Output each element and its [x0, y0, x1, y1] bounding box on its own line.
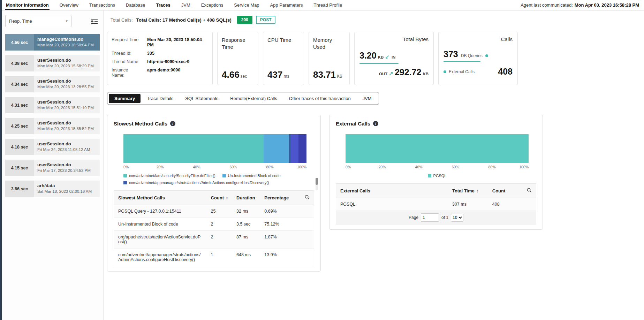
info-icon[interactable]: i [170, 121, 175, 126]
table-header: Slowest Method CallsCount▲▼DurationPerce… [114, 191, 314, 205]
trace-sidebar: Resp. Time ▾ 4.66 secmanageConfMons.doMo… [2, 10, 104, 320]
table-row[interactable]: PGSQL Query - 127.0.0.1:154112532 ms0.69… [114, 205, 314, 218]
trace-response-time: 4.15 sec [5, 160, 34, 176]
sort-icon[interactable]: ▲▼ [477, 189, 479, 193]
nav-item-jvm[interactable]: JVM [181, 0, 191, 10]
table-cell: 1 [207, 249, 233, 266]
trace-list-item[interactable]: 4.66 secmanageConfMons.doMon Mar 20, 202… [5, 34, 100, 51]
nav-item-monitor-information[interactable]: Monitor Information [5, 0, 50, 10]
trace-response-time: 4.34 sec [5, 76, 34, 92]
trace-list-item[interactable]: 3.66 secarh/dataSat Mar 18, 2023 02:00:1… [5, 181, 100, 197]
trace-list-item[interactable]: 4.25 secuserSession.doMon Mar 20, 2023 1… [5, 118, 100, 134]
axis-tick-label: 20% [156, 165, 164, 169]
trace-list-item[interactable]: 4.15 secuserSession.doFri Mar 17, 2023 2… [5, 160, 100, 176]
collapse-sidebar-icon[interactable] [89, 17, 100, 26]
trace-list: 4.66 secmanageConfMons.doMon Mar 20, 202… [5, 34, 100, 197]
legend-swatch-icon [428, 174, 431, 177]
stacked-bar [346, 134, 529, 163]
table-row[interactable]: com/adventnet/appmanager/struts/actions/… [114, 249, 314, 266]
db-queries-value: 373 [444, 49, 458, 59]
nav-item-app-parameters[interactable]: App Parameters [270, 0, 304, 10]
table-cell: 87 ms [232, 231, 260, 249]
column-header-total-time[interactable]: Total Time▲▼ [448, 184, 488, 198]
sort-by-dropdown[interactable]: Resp. Time ▾ [5, 15, 71, 27]
bytes-divider-line [359, 63, 399, 64]
legend-label: Un-Instrumented Block of code [228, 174, 281, 178]
axis-tick-label: 40% [415, 165, 422, 169]
bar-segment[interactable] [290, 134, 298, 163]
nav-item-traces[interactable]: Traces [156, 0, 171, 10]
trace-list-item[interactable]: 4.18 secuserSession.doFri Mar 24, 2023 1… [5, 139, 100, 155]
tab-other-traces-of-this-transaction[interactable]: Other traces of this transaction [283, 94, 356, 103]
stat-card-value: 4.66sec [222, 69, 254, 80]
bar-segment-un-instrumented-block-of-code[interactable] [264, 134, 288, 163]
trace-timestamp: Mon Mar 20, 2023 13:28:55 PM [37, 85, 96, 89]
axis-tick-label: 20% [378, 165, 386, 169]
legend-label: PGSQL [433, 174, 447, 178]
trace-timestamp: Mon Mar 20, 2023 18:50:04 PM [37, 43, 96, 47]
nav-item-thread-profile[interactable]: Thread Profile [313, 0, 343, 10]
trace-list-item[interactable]: 4.34 secuserSession.doMon Mar 20, 2023 1… [5, 76, 100, 92]
table-row[interactable]: Un-Instrumented Block of code23.5 sec75.… [114, 218, 314, 231]
bar-segment-com-adventnet-iam-security-securityfilter-dofilter[interactable] [123, 134, 264, 163]
nav-item-overview[interactable]: Overview [59, 0, 79, 10]
trace-summary: userSession.doFri Mar 17, 2023 20:34:52 … [34, 160, 100, 176]
tab-sql-statements[interactable]: SQL Statements [180, 94, 224, 103]
tab-summary[interactable]: Summary [109, 94, 141, 103]
column-header-percentage: Percentage [260, 191, 298, 205]
legend-label: com/adventnet/appmanager/struts/actions/… [129, 181, 269, 185]
nav-item-database[interactable]: Database [125, 0, 146, 10]
trace-list-item[interactable]: 4.38 secuserSession.doMon Mar 20, 2023 1… [5, 55, 100, 71]
table-cell-empty [298, 249, 314, 266]
column-header-count[interactable]: Count▲▼ [207, 191, 233, 205]
nav-item-exceptions[interactable]: Exceptions [200, 0, 224, 10]
stat-card-value: 83.71KB [313, 69, 345, 80]
tab-remote-external-calls[interactable]: Remote(External) Calls [225, 94, 282, 103]
nav-item-transactions[interactable]: Transactions [89, 0, 116, 10]
search-icon[interactable] [304, 195, 310, 201]
table-row[interactable]: PGSQL307 ms408 [336, 198, 536, 211]
page-of-label: of 1 [441, 215, 448, 220]
table-row[interactable]: org/apache/struts/action/ActionServlet.d… [114, 231, 314, 249]
search-icon[interactable] [526, 188, 532, 194]
table-cell: 32 ms [232, 205, 260, 218]
slowest-method-calls-panel: Slowest Method Calls i 0%20%40%60%80%100… [107, 115, 321, 272]
bar-segment[interactable] [298, 134, 306, 163]
incoming-arrow-icon: ↙ [385, 54, 389, 60]
external-calls-dot-icon [444, 70, 446, 73]
db-queries-row: 373 DB Queries [444, 49, 513, 59]
external-calls-value: 408 [498, 67, 513, 77]
stat-card-response-time: Response Time4.66sec [217, 32, 258, 85]
trace-summary: arh/dataSat Mar 18, 2023 02:00:16 AM [34, 181, 100, 197]
request-field-thread-name: Thread Name:http-nio-9090-exec-9 [112, 59, 208, 64]
request-field-label: Thread Name: [112, 59, 147, 64]
scrollbar-thumb[interactable] [316, 178, 318, 185]
tab-trace-details[interactable]: Trace Details [141, 94, 179, 103]
total-bytes-title: Total Bytes [359, 36, 429, 42]
legend-scrollbar[interactable] [316, 178, 318, 190]
slowest-method-calls-chart: 0%20%40%60%80%100% com/adventnet/iam/sec… [123, 134, 306, 185]
page-number-input[interactable] [421, 213, 439, 222]
info-icon[interactable]: i [373, 121, 378, 126]
page-size-select[interactable]: 10 [451, 214, 463, 222]
trace-list-item[interactable]: 4.31 secuserSession.doMon Mar 20, 2023 1… [5, 97, 100, 113]
external-calls-table: External CallsTotal Time▲▼CountPGSQL307 … [336, 183, 536, 211]
tab-jvm[interactable]: JVM [357, 94, 377, 103]
stacked-bar [123, 134, 306, 163]
table-cell: Un-Instrumented Block of code [114, 218, 207, 231]
request-field-label: Request Time [112, 37, 147, 48]
column-header-slowest-method-calls: Slowest Method Calls [114, 191, 207, 205]
agent-timestamp: Mon Apr 03, 2023 16:58:28 PM [575, 2, 639, 8]
sidebar-toolbar: Resp. Time ▾ [5, 15, 100, 27]
legend-swatch-icon [123, 174, 127, 177]
page-label: Page [409, 215, 418, 220]
trace-summary: userSession.doMon Mar 20, 2023 15:51:19 … [34, 97, 100, 113]
nav-item-service-map[interactable]: Service Map [233, 0, 260, 10]
trace-timestamp: Mon Mar 20, 2023 15:58:29 PM [37, 64, 96, 68]
column-header-label: Total Time [452, 188, 475, 193]
stat-card-memory-used: Memory Used83.71KB [309, 32, 350, 85]
table-body: PGSQL307 ms408 [336, 198, 536, 211]
table-cell-empty [298, 231, 314, 249]
sort-icon[interactable]: ▲▼ [226, 196, 228, 200]
bar-segment-pgsql[interactable] [346, 134, 529, 163]
